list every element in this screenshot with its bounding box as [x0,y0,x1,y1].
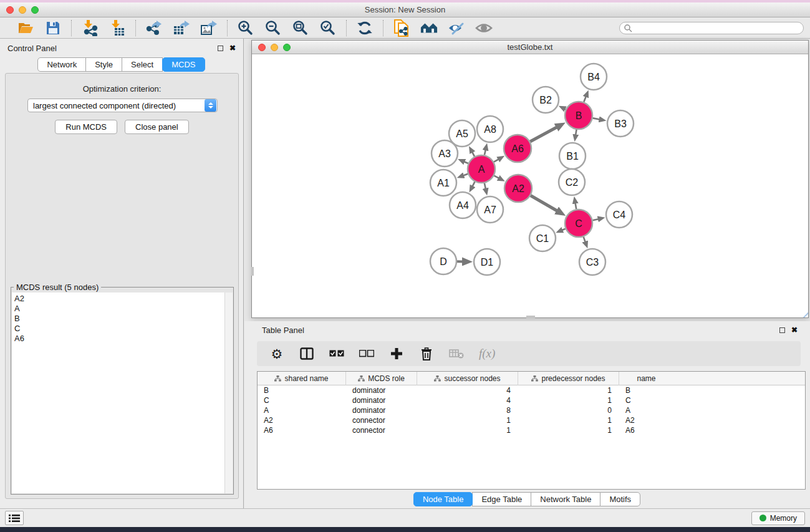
edge-B-B1[interactable] [576,130,576,135]
export-table-icon[interactable] [173,19,190,37]
edge-A-A3[interactable] [464,162,468,163]
table-row[interactable]: Bdominator41B [258,385,805,395]
tab-select[interactable]: Select [122,57,163,72]
export-network-icon[interactable] [145,19,163,37]
edge-A-A6[interactable] [494,159,499,162]
select-stepper-icon [205,99,216,112]
result-scrollbar[interactable] [224,293,233,493]
table-cell: dominator [346,395,417,405]
network-window-title: testGlobe.txt [252,42,808,52]
table-tab-edge-table[interactable]: Edge Table [472,492,531,506]
table-cell: A [258,405,346,415]
vertical-scrollbar-thumb[interactable] [251,267,254,276]
edge-C-C3[interactable] [584,237,586,242]
edge-A-A8[interactable] [485,150,486,155]
edge-A-A2[interactable] [494,176,499,178]
table-row[interactable]: A6connector11A6 [258,425,805,435]
column-header-predecessor-nodes[interactable]: predecessor nodes [518,372,619,385]
zoom-out-icon[interactable] [264,19,282,37]
table-tab-node-table[interactable]: Node Table [413,492,473,506]
result-item[interactable]: A2 [14,294,222,304]
memory-label: Memory [770,514,797,523]
column-header-name[interactable]: name [619,372,673,385]
zoom-fit-icon[interactable] [292,19,309,37]
column-header-MCDS-role[interactable]: MCDS role [346,372,417,385]
horizontal-scrollbar-thumb[interactable] [526,316,535,318]
edge-A-A5[interactable] [472,152,475,157]
close-panel-button[interactable]: Close panel [125,120,189,134]
float-panel-icon[interactable] [218,46,223,51]
save-session-icon[interactable] [44,19,62,37]
show-all-icon[interactable] [475,19,493,37]
table-tab-motifs[interactable]: Motifs [600,492,640,506]
edge-C-C1[interactable] [562,229,565,230]
clone-network-icon[interactable] [393,19,410,37]
table-tab-network-table[interactable]: Network Table [531,492,600,506]
table-row[interactable]: Cdominator41C [258,395,805,405]
search-box[interactable] [619,22,804,34]
edge-A6-B[interactable] [530,127,557,142]
node-table: shared nameMCDS rolesuccessor nodesprede… [257,371,806,490]
mcds-result-title: MCDS result (5 nodes) [14,283,101,292]
table-tabs: Node TableEdge TableNetwork TableMotifs [244,492,810,506]
table-header-row[interactable]: shared nameMCDS rolesuccessor nodesprede… [258,372,805,385]
close-table-panel-icon[interactable]: ✖ [791,326,798,334]
tab-network[interactable]: Network [37,57,86,72]
open-session-icon[interactable] [17,19,34,37]
edge-B-B3[interactable] [593,118,600,119]
mcds-result-group: MCDS result (5 nodes) A2ABCA6 [11,287,234,495]
result-item[interactable]: C [14,324,222,334]
add-column-icon[interactable] [389,346,404,361]
edge-A-A4[interactable] [473,181,475,186]
result-item[interactable]: A6 [14,334,222,344]
column-header-shared-name[interactable]: shared name [258,372,346,385]
edge-A2-C[interactable] [531,195,557,211]
delete-icon[interactable] [419,346,434,361]
export-image-icon[interactable] [200,19,218,37]
table-cell: dominator [346,385,417,395]
task-history-button[interactable] [5,511,24,525]
refresh-layout-icon[interactable] [356,19,374,37]
table-cell: C [258,395,346,405]
edge-A-A7[interactable] [485,183,486,188]
search-input[interactable] [632,24,788,32]
table-cell-empty [673,415,805,425]
network-graph[interactable]: B4B2BB3A8A5A6A3B1AC2A1A2A4A7C4CC1C3DD1 [252,55,808,317]
edge-C-C2[interactable] [576,203,577,210]
result-item[interactable]: B [14,314,222,324]
resize-handle[interactable] [799,308,808,317]
zoom-selected-icon[interactable] [319,19,337,37]
tab-mcds[interactable]: MCDS [162,57,205,72]
split-columns-icon[interactable] [299,346,314,361]
float-table-panel-icon[interactable] [779,327,785,333]
hide-selected-icon[interactable] [448,19,465,37]
network-window-title-bar[interactable]: testGlobe.txt [252,41,808,54]
gear-icon[interactable]: ⚙ [269,346,284,361]
import-table-icon[interactable] [108,19,126,37]
edge-B-B4[interactable] [584,97,586,102]
memory-button[interactable]: Memory [751,511,805,525]
table-cell: B [619,385,673,395]
run-mcds-button[interactable]: Run MCDS [55,120,117,134]
table-cell: 1 [518,395,619,405]
select-all-rows-icon[interactable] [329,346,344,361]
table-cell-empty [673,395,805,405]
import-network-icon[interactable] [81,19,99,37]
table-cell: A [619,405,673,415]
edge-C-C4[interactable] [592,219,598,220]
zoom-in-icon[interactable] [237,19,254,37]
result-item[interactable]: A [14,304,222,314]
table-row[interactable]: Adominator80A [258,405,805,415]
deselect-all-rows-icon[interactable] [359,346,374,361]
close-panel-icon[interactable]: ✖ [229,44,236,52]
tab-style[interactable]: Style [85,57,122,72]
table-row[interactable]: A2connector11A2 [258,415,805,425]
delete-table-icon [449,346,464,361]
table-cell: A6 [619,425,673,435]
mcds-result-list[interactable]: A2ABCA6 [12,293,224,493]
first-neighbors-icon[interactable] [420,19,438,37]
column-header-successor-nodes[interactable]: successor nodes [417,372,518,385]
edge-A-A1[interactable] [463,174,468,176]
criterion-select[interactable]: largest connected component (directed) [27,99,218,112]
table-panel: Table Panel ✖ ⚙ f(x) shared nameMCDS r [244,321,810,508]
